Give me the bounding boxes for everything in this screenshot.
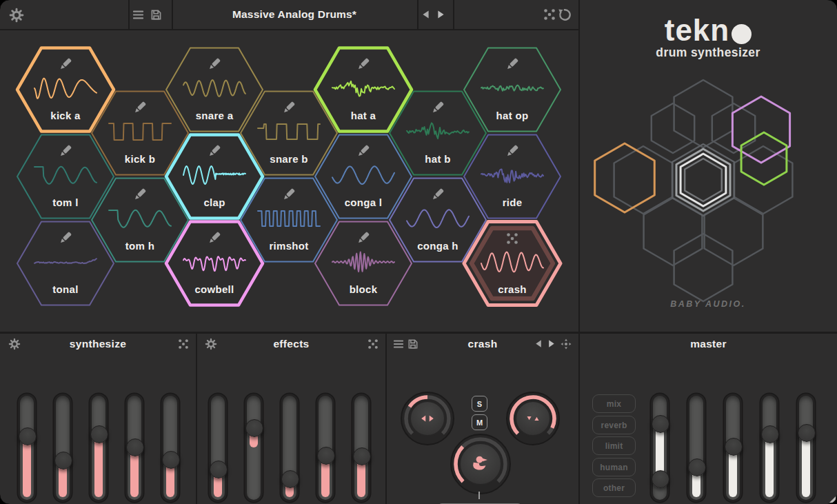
slider-pitch[interactable] — [92, 396, 105, 500]
panel-master: master mix reverb limit human other cali… — [580, 333, 837, 504]
reset-icon[interactable] — [559, 9, 571, 21]
pad-edit-pencil-icon[interactable] — [59, 58, 72, 70]
pad-label: kick a — [50, 110, 81, 121]
save-icon[interactable] — [151, 10, 161, 20]
pan-knob[interactable] — [399, 390, 456, 447]
pad-edit-pencil-icon[interactable] — [506, 145, 518, 157]
slider-knob[interactable] — [652, 415, 669, 433]
slider-human[interactable] — [689, 396, 703, 500]
brand-subtitle: drum synthesizer — [579, 46, 837, 60]
slider-level[interactable] — [799, 396, 813, 500]
slider-knob[interactable] — [725, 438, 743, 456]
pad-label: clap — [203, 196, 225, 208]
tune-knob[interactable] — [505, 390, 561, 447]
next-preset-arrow-icon[interactable] — [436, 10, 445, 19]
calibrate-human-button[interactable]: human — [592, 458, 636, 476]
pad-waveform — [258, 211, 320, 226]
prev-preset-arrow-icon[interactable] — [422, 10, 430, 19]
slider-limit[interactable] — [726, 396, 740, 500]
pad-label: tom h — [125, 240, 154, 252]
pad-waveform — [407, 210, 469, 228]
slider-knob[interactable] — [54, 452, 72, 470]
pad-edit-pencil-icon[interactable] — [357, 58, 370, 70]
slider-cutoff[interactable] — [653, 396, 667, 500]
duck-knob[interactable] — [449, 432, 512, 496]
pad-prev-arrow-icon[interactable] — [535, 340, 543, 347]
pad-crash[interactable]: crash — [461, 218, 564, 309]
pad-label: cowbell — [194, 283, 234, 295]
pad-edit-pencil-icon[interactable] — [432, 188, 444, 201]
pad-next-arrow-icon[interactable] — [547, 340, 555, 347]
pad-tonal[interactable]: tonal — [14, 218, 117, 309]
duck-source-tick — [478, 492, 480, 499]
solo-button[interactable]: S — [472, 396, 487, 412]
pad-edit-pencil-icon[interactable] — [134, 188, 146, 201]
pad-label: hat a — [351, 110, 376, 121]
slider-knob[interactable] — [90, 425, 108, 443]
slider-knob[interactable] — [353, 447, 371, 465]
slider-knob[interactable] — [317, 447, 335, 465]
slider-knob[interactable] — [245, 419, 263, 437]
pad-waveform — [109, 210, 171, 228]
randomize-dice-icon[interactable] — [544, 9, 555, 20]
pad-edit-pencil-icon[interactable] — [357, 145, 370, 157]
slider-reso[interactable] — [128, 396, 141, 500]
logo-text: tekn — [665, 15, 729, 46]
slider-knob[interactable] — [798, 424, 816, 442]
calibrate-limit-button[interactable]: limit — [592, 436, 636, 455]
slider-reverb[interactable] — [354, 396, 368, 500]
pad-edit-pencil-icon[interactable] — [134, 101, 146, 114]
pad-edit-pencil-icon[interactable] — [208, 145, 221, 157]
slider-freq[interactable] — [20, 396, 34, 500]
slider-knob[interactable] — [281, 470, 299, 488]
mute-button[interactable]: M — [472, 414, 487, 430]
menu-hamburger-icon[interactable] — [133, 10, 143, 20]
pad-block[interactable]: block — [312, 218, 415, 309]
slider-knob[interactable] — [19, 427, 37, 445]
pad-edit-pencil-icon[interactable] — [283, 188, 295, 201]
pad-cowbell[interactable]: cowbell — [163, 218, 266, 309]
slider-knob[interactable] — [761, 425, 779, 443]
pad-edit-pencil-icon[interactable] — [357, 232, 370, 244]
settings-gear-icon[interactable] — [10, 8, 23, 22]
panel-effects: effects ringtiltshapesaturreverb — [197, 333, 385, 504]
synth-randomize-dice-icon[interactable] — [179, 339, 188, 349]
divider — [128, 0, 130, 29]
calibrate-other-button[interactable]: other — [592, 478, 636, 497]
slider-length[interactable] — [56, 396, 70, 500]
panel-synthesize: synthesize freqlengthpitchresowarp — [0, 333, 196, 504]
pad-waveform — [183, 80, 245, 97]
slider-satur[interactable] — [319, 396, 332, 500]
pad-edit-pencil-icon[interactable] — [506, 58, 518, 70]
calibrate-reverb-button[interactable]: reverb — [592, 416, 636, 434]
slider-knob[interactable] — [210, 461, 228, 478]
slider-knob[interactable] — [162, 451, 180, 469]
pad-waveform — [481, 169, 543, 182]
pad-waveform — [109, 123, 171, 140]
slider-ring[interactable] — [211, 396, 225, 500]
calibrate-mix-button[interactable]: mix — [592, 394, 636, 413]
resize-handle[interactable] — [829, 496, 836, 503]
effects-title: effects — [197, 333, 385, 355]
pad-edit-pencil-icon[interactable] — [208, 58, 221, 70]
pad-locate-icon[interactable] — [561, 339, 572, 350]
slider-track[interactable] — [247, 396, 261, 500]
brand-panel: tekn drum synthesizer BABY AUDIO. — [579, 0, 837, 333]
pad-label: crash — [498, 283, 527, 295]
pad-edit-pencil-icon[interactable] — [432, 101, 444, 114]
slider-knob[interactable] — [652, 470, 669, 488]
pad-edit-pencil-icon[interactable] — [208, 232, 221, 244]
slider-tilt[interactable] — [247, 396, 261, 500]
slider-clip[interactable] — [763, 396, 776, 500]
pad-edit-pencil-icon[interactable] — [59, 145, 72, 157]
slider-knob[interactable] — [126, 439, 144, 456]
pad-waveform — [34, 167, 97, 184]
pad-waveform — [407, 123, 469, 139]
slider-knob[interactable] — [688, 458, 706, 476]
effects-randomize-dice-icon[interactable] — [368, 339, 378, 349]
slider-warp[interactable] — [163, 396, 177, 500]
pad-edit-pencil-icon[interactable] — [59, 232, 72, 244]
divider — [417, 0, 418, 29]
pad-edit-pencil-icon[interactable] — [283, 101, 295, 114]
slider-shape[interactable] — [283, 396, 296, 500]
